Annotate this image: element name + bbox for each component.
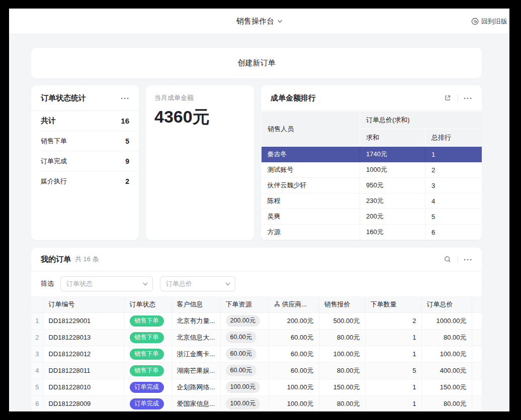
ranking-row[interactable]: 秦吉冬1740元1: [262, 147, 482, 162]
order-quote: 80.00元: [319, 329, 365, 346]
order-quote: 80.00元: [319, 395, 365, 411]
order-row[interactable]: 3DD181228012销售下单浙江金鹰卡...60.00元60.00元100.…: [31, 346, 482, 362]
order-quote: 500.00元: [319, 312, 365, 329]
back-to-old-version-button[interactable]: 回到旧版: [471, 9, 507, 34]
status-row-label: 销售下单: [41, 137, 67, 146]
org-chart-icon: [274, 301, 280, 307]
search-button[interactable]: [441, 253, 454, 266]
order-number: DD181228012: [43, 346, 124, 362]
order-trailing-cell: [472, 362, 482, 379]
order-resource-badge: 100.00元: [226, 381, 260, 392]
order-qty: 1: [365, 379, 421, 395]
order-status-badge: 销售下单: [130, 332, 164, 343]
chevron-down-icon: [225, 282, 230, 286]
orders-card-header: 我的订单 共 16 条 ···: [31, 248, 482, 271]
order-resource-badge: 200.00元: [226, 315, 260, 326]
topbar: 销售操作台 回到旧版: [9, 9, 509, 34]
ranking-row[interactable]: 吴爽200元5: [262, 209, 482, 225]
ranking-sum: 200元: [360, 209, 425, 225]
more-button[interactable]: ···: [462, 91, 475, 104]
status-list: 共计16销售下单5订单完成9媒介执行2: [31, 111, 139, 191]
order-quote: 100.00元: [319, 346, 365, 362]
more-button[interactable]: ···: [462, 253, 475, 266]
revert-icon: [471, 18, 479, 25]
order-status-badge: 销售下单: [130, 365, 164, 376]
ranking-col-person: 销售人员: [262, 112, 360, 147]
order-qty: 1: [365, 346, 421, 362]
col-index: [31, 296, 43, 312]
divider: [458, 256, 458, 263]
order-resource-cell: 200.00元: [220, 312, 269, 329]
open-in-new-button[interactable]: [441, 91, 454, 104]
order-row[interactable]: 6DD181228009订单完成爱国家信息...100.00元100.00元80…: [31, 395, 482, 411]
order-resource-cell: 100.00元: [220, 395, 269, 411]
order-status-badge: 销售下单: [130, 349, 164, 360]
order-trailing-cell: [472, 329, 482, 346]
ranking-person: 秦吉冬: [262, 147, 360, 162]
ranking-row[interactable]: 方源160元6: [262, 225, 482, 240]
order-number: DD181228010: [43, 379, 124, 395]
ranking-person: 陈程: [262, 193, 360, 209]
col-quote: 销售报价: [319, 296, 365, 312]
order-row[interactable]: 5DD181228010订单完成企划路网络...100.00元100.00元15…: [31, 379, 482, 395]
chevron-down-icon: [277, 20, 282, 23]
order-total-filter-select[interactable]: 订单总价: [160, 276, 235, 291]
status-card-header: 订单状态统计 ···: [31, 85, 139, 111]
order-qty: 2: [365, 312, 421, 329]
create-order-button[interactable]: 创建新订单: [31, 48, 482, 78]
ranking-sum: 160元: [360, 225, 425, 240]
order-resource-badge: 60.00元: [226, 365, 257, 376]
order-customer: 企划路网络...: [171, 379, 220, 395]
order-resource-cell: 60.00元: [220, 346, 269, 362]
order-supplier-price: 60.00元: [269, 329, 319, 346]
ranking-row[interactable]: 测试账号1000元2: [262, 162, 482, 178]
col-order-status: 订单状态: [124, 296, 171, 312]
filter-label: 筛选: [41, 279, 54, 288]
ranking-sum: 230元: [360, 193, 425, 209]
ranking-rank: 5: [425, 209, 482, 225]
order-total: 80.00元: [421, 329, 472, 346]
order-row[interactable]: 4DD181228011销售下单湖南芒果娱...60.00元60.00元80.0…: [31, 362, 482, 379]
ranking-sum: 950元: [360, 178, 425, 193]
status-row: 销售下单5: [41, 131, 139, 151]
page-title: 销售操作台: [236, 17, 274, 26]
status-row: 媒介执行2: [41, 171, 139, 191]
more-button[interactable]: ···: [119, 91, 132, 104]
order-total: 80.00元: [421, 395, 472, 411]
order-status-filter-placeholder: 订单状态: [66, 279, 93, 288]
ranking-person: 测试账号: [262, 162, 360, 178]
order-status-badge: 订单完成: [130, 382, 164, 393]
orders-table: 订单编号 订单状态 客户信息 下单资源 供应商... 销售报价 下单数量: [31, 296, 482, 411]
order-resource-cell: 100.00元: [220, 379, 269, 395]
filter-bar: 筛选 订单状态 订单总价: [31, 271, 482, 296]
divider: [458, 94, 458, 101]
ranking-row[interactable]: 陈程230元4: [262, 193, 482, 209]
ranking-sum: 1740元: [360, 147, 425, 162]
order-supplier-price: 60.00元: [269, 346, 319, 362]
order-number: DD181229001: [43, 312, 124, 329]
order-qty: 5: [365, 362, 421, 379]
order-row-index: 1: [31, 312, 43, 329]
col-order-no: 订单编号: [43, 296, 124, 312]
order-trailing-cell: [472, 395, 482, 411]
order-customer: 北京信息大...: [171, 329, 220, 346]
order-row[interactable]: 1DD181229001销售下单北京有力量...200.00元200.00元50…: [31, 312, 482, 329]
status-card-title: 订单状态统计: [41, 93, 86, 103]
order-quote: 150.00元: [319, 379, 365, 395]
order-supplier-price: 200.00元: [269, 312, 319, 329]
order-number: DD181228011: [43, 362, 124, 379]
ranking-rank: 2: [425, 162, 482, 178]
order-number: DD181228013: [43, 329, 124, 346]
ranking-row[interactable]: 伙伴云魏少轩950元3: [262, 178, 482, 193]
col-customer: 客户信息: [171, 296, 220, 312]
status-row-value: 5: [125, 137, 129, 145]
status-row-label: 订单完成: [41, 157, 67, 166]
workspace-switcher[interactable]: 销售操作台: [236, 9, 282, 34]
order-status-filter-select[interactable]: 订单状态: [60, 276, 153, 291]
order-total: 1000.00元: [421, 312, 472, 329]
ranking-rank: 1: [425, 147, 482, 162]
orders-count: 共 16 条: [75, 255, 99, 264]
order-total: 100.00元: [421, 346, 472, 362]
order-resource-cell: 60.00元: [220, 362, 269, 379]
order-row[interactable]: 2DD181228013销售下单北京信息大...60.00元60.00元80.0…: [31, 329, 482, 346]
